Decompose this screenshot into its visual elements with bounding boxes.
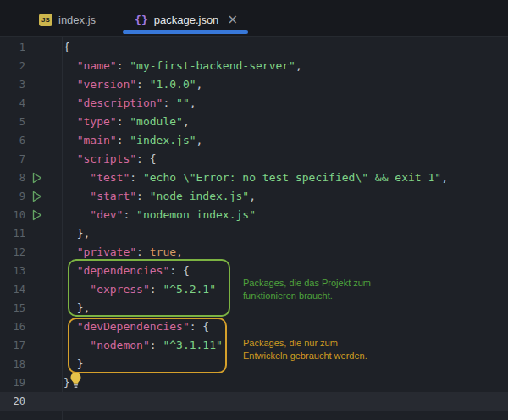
line-number: 13 [0,262,25,280]
line-number: 7 [0,150,25,169]
run-script-button[interactable] [30,190,44,203]
tab-package-json[interactable]: {} package.json × [123,5,248,34]
line-number: 11 [0,224,25,243]
code-line[interactable]: 6 "main": "index.js", [0,131,508,150]
code-line[interactable]: 20 [0,392,508,411]
line-number: 16 [0,318,25,336]
code-line[interactable]: 1{ [0,38,508,57]
code-text: "scripts": { [64,150,157,169]
line-number: 1 [0,38,25,57]
dependencies-annotation: Packages, die das Projekt zum funktionie… [243,277,371,301]
line-number: 19 [0,373,25,392]
tab-label: package.json [154,14,219,26]
line-number: 18 [0,355,25,373]
code-line[interactable]: 19} [0,373,508,392]
code-line[interactable]: 3 "version": "1.0.0", [0,75,508,94]
code-text: { [64,38,70,57]
line-number: 9 [0,187,25,206]
close-icon[interactable]: × [228,14,239,26]
line-number: 2 [0,57,25,75]
code-line[interactable]: 2 "name": "my-first-backend-server", [0,57,508,75]
code-text: "test": "echo \"Error: no test specified… [64,169,448,187]
code-text: "type": "module", [64,113,190,131]
code-text: "description": "", [64,94,196,113]
code-text: "version": "1.0.0", [64,75,202,94]
code-text: "start": "node index.js", [64,187,256,206]
run-script-button[interactable] [30,171,44,185]
code-text: }, [64,224,90,243]
code-text: }, [64,299,90,318]
line-number: 17 [0,336,25,355]
code-text: "main": "index.js", [64,131,202,150]
code-text: "express": "^5.2.1" [64,280,216,299]
line-number: 14 [0,280,25,299]
code-line[interactable]: 7 "scripts": { [0,150,508,169]
code-line[interactable]: 4 "description": "", [0,94,508,113]
code-line[interactable]: 12 "private": true, [0,243,508,262]
code-text: "nodemon": "^3.1.11" [64,336,223,355]
code-editor-window: JS index.js {} package.json × 1{2 "name"… [0,0,508,420]
line-number: 3 [0,75,25,94]
line-number: 12 [0,243,25,262]
code-text: "dev": "nodemon index.js" [64,206,256,224]
code-line[interactable]: 16 "devDependencies": { [0,318,508,336]
code-line[interactable]: 5 "type": "module", [0,113,508,131]
code-text: "private": true, [64,243,183,262]
javascript-file-icon: JS [39,14,52,26]
code-line[interactable]: 11 }, [0,224,508,243]
tab-index-js[interactable]: JS index.js [24,5,111,34]
tab-bar: JS index.js {} package.json × [0,0,508,37]
code-line[interactable]: 10 "dev": "nodemon index.js" [0,206,508,224]
line-number: 10 [0,206,25,224]
lightbulb-icon[interactable] [69,372,83,390]
code-line[interactable]: 9 "start": "node index.js", [0,187,508,206]
line-number: 15 [0,299,25,318]
code-text: } [64,355,83,373]
line-number: 20 [0,392,25,411]
run-script-button[interactable] [30,208,44,222]
code-text: "devDependencies": { [64,318,209,336]
code-line[interactable]: 8 "test": "echo \"Error: no test specifi… [0,169,508,187]
code-text: "name": "my-first-backend-server", [64,57,302,75]
line-number: 4 [0,94,25,113]
json-file-icon: {} [135,14,148,26]
devdependencies-annotation: Packages, die nur zum Entwickeln gebrauc… [243,337,367,362]
tab-label: index.js [58,14,96,26]
code-text: "dependencies": { [64,262,190,280]
line-number: 6 [0,131,25,150]
line-number: 5 [0,113,25,131]
line-number: 8 [0,169,25,187]
